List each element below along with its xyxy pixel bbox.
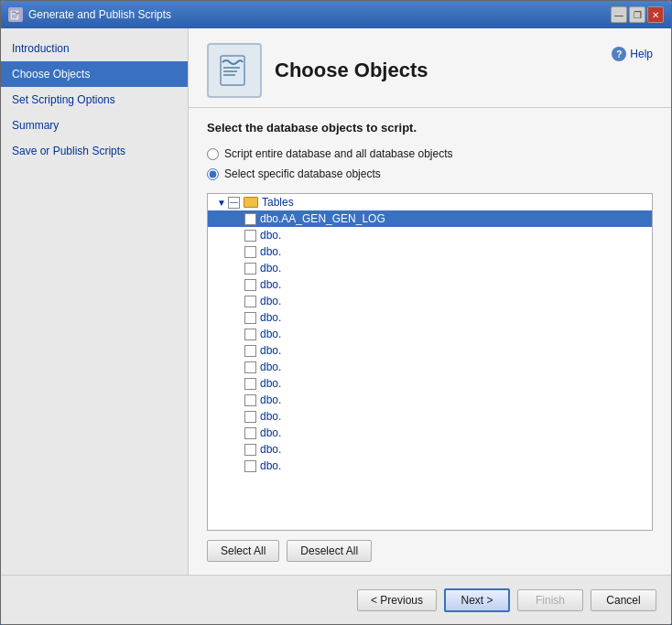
tree-item-14[interactable]: ▶ dbo.	[208, 441, 652, 458]
item-13-checkbox[interactable]	[244, 427, 256, 439]
main-header: Choose Objects ? Help	[189, 28, 671, 98]
page-title: Choose Objects	[275, 59, 428, 82]
tree-item-11[interactable]: ▶ dbo.	[208, 392, 652, 408]
tree-item-4[interactable]: ▶ dbo.	[208, 276, 652, 293]
page-title-area: Choose Objects	[207, 43, 612, 98]
page-icon	[207, 43, 262, 98]
item-8-checkbox[interactable]	[244, 345, 256, 357]
tree-label-7: dbo.	[260, 328, 648, 340]
item-7-checkbox[interactable]	[244, 329, 256, 340]
tree-label-11: dbo.	[260, 393, 648, 406]
tree-item-0[interactable]: ▶ ✓ dbo.AA_GEN_GEN_LOG	[208, 210, 652, 227]
tree-label-0: dbo.AA_GEN_GEN_LOG	[260, 212, 648, 225]
tree-item-15[interactable]: ▶ dbo.	[208, 458, 652, 474]
tree-root-tables[interactable]: ▼ — Tables	[208, 194, 652, 210]
main-panel: Choose Objects ? Help Select the databas…	[189, 28, 671, 575]
radio-script-entire-input[interactable]	[207, 148, 219, 160]
sidebar-item-summary[interactable]: Summary	[1, 113, 188, 138]
main-body: Select the database objects to script. S…	[189, 108, 671, 575]
tree-button-row: Select All Deselect All	[207, 540, 653, 562]
item-0-checkbox[interactable]: ✓	[244, 213, 256, 225]
minimize-button[interactable]: —	[611, 6, 627, 23]
help-label: Help	[630, 48, 653, 60]
radio-script-specific-label: Select specific database objects	[224, 167, 381, 180]
item-2-checkbox[interactable]	[244, 246, 256, 258]
sidebar-item-choose-objects[interactable]: Choose Objects	[1, 61, 188, 87]
item-14-checkbox[interactable]	[244, 444, 256, 456]
cancel-button[interactable]: Cancel	[591, 589, 656, 611]
tree-label-1: dbo.	[260, 229, 648, 242]
tree-item-3[interactable]: ▶ dbo.	[208, 260, 652, 276]
folder-icon	[244, 197, 258, 208]
tree-label-3: dbo.	[260, 262, 648, 275]
window-icon	[8, 7, 23, 22]
tree-item-7[interactable]: ▶ dbo.	[208, 326, 652, 342]
sidebar-item-introduction[interactable]: Introduction	[1, 36, 188, 61]
sidebar-item-save-or-publish[interactable]: Save or Publish Scripts	[1, 138, 188, 164]
item-11-checkbox[interactable]	[244, 394, 256, 406]
radio-script-entire-label: Script entire database and all database …	[224, 147, 453, 160]
tree-item-13[interactable]: ▶ dbo.	[208, 425, 652, 441]
sidebar: Introduction Choose Objects Set Scriptin…	[1, 28, 189, 575]
item-4-checkbox[interactable]	[244, 279, 256, 291]
tree-item-5[interactable]: ▶ dbo.	[208, 293, 652, 309]
radio-group: Script entire database and all database …	[207, 147, 653, 180]
restore-button[interactable]: ❐	[629, 6, 645, 23]
tree-item-12[interactable]: ▶ dbo.	[208, 408, 652, 425]
item-5-checkbox[interactable]	[244, 296, 256, 307]
instruction-text: Select the database objects to script.	[207, 121, 653, 135]
tables-checkbox[interactable]: —	[228, 197, 240, 209]
spacer-0: ▶	[232, 212, 244, 225]
radio-script-specific[interactable]: Select specific database objects	[207, 167, 653, 180]
tree-label-14: dbo.	[260, 443, 648, 456]
tree-container[interactable]: ▼ — Tables ▶ ✓ dbo.AA_GEN_GEN_LOG	[207, 193, 653, 531]
item-1-checkbox[interactable]	[244, 230, 256, 242]
item-10-checkbox[interactable]	[244, 378, 256, 390]
tree-label-6: dbo.	[260, 311, 648, 324]
tree-item-10[interactable]: ▶ dbo.	[208, 375, 652, 392]
deselect-all-button[interactable]: Deselect All	[287, 540, 372, 562]
tree-label-12: dbo.	[260, 410, 648, 423]
tree-label-5: dbo.	[260, 295, 648, 307]
finish-button[interactable]: Finish	[517, 589, 583, 611]
item-12-checkbox[interactable]	[244, 411, 256, 423]
content-area: Introduction Choose Objects Set Scriptin…	[1, 28, 671, 575]
window-controls: — ❐ ✕	[611, 6, 664, 23]
tree-item-1[interactable]: ▶ dbo.	[208, 227, 652, 243]
previous-button[interactable]: < Previous	[357, 589, 437, 611]
tree-label-9: dbo.	[260, 361, 648, 373]
tree-label-15: dbo.	[260, 459, 648, 472]
tree-label-tables: Tables	[262, 196, 648, 209]
radio-script-entire[interactable]: Script entire database and all database …	[207, 147, 653, 160]
sidebar-item-set-scripting-options[interactable]: Set Scripting Options	[1, 87, 188, 113]
tree-item-2[interactable]: ▶ dbo.	[208, 243, 652, 260]
item-9-checkbox[interactable]	[244, 361, 256, 373]
tree-item-6[interactable]: ▶ dbo.	[208, 309, 652, 326]
help-link[interactable]: ? Help	[612, 43, 653, 61]
tree-item-9[interactable]: ▶ dbo.	[208, 359, 652, 375]
close-button[interactable]: ✕	[647, 6, 664, 23]
tree-toggle-tables[interactable]: ▼	[215, 196, 228, 209]
radio-script-specific-input[interactable]	[207, 168, 219, 180]
select-all-button[interactable]: Select All	[207, 540, 279, 562]
footer: < Previous Next > Finish Cancel	[1, 575, 671, 624]
next-button[interactable]: Next >	[444, 588, 510, 612]
item-3-checkbox[interactable]	[244, 263, 256, 275]
item-6-checkbox[interactable]	[244, 312, 256, 324]
main-window: Generate and Publish Scripts — ❐ ✕ Intro…	[0, 0, 672, 625]
tree-label-4: dbo.	[260, 278, 648, 291]
title-bar: Generate and Publish Scripts — ❐ ✕	[1, 1, 671, 28]
tree-label-8: dbo.	[260, 344, 648, 357]
tree-label-2: dbo.	[260, 245, 648, 258]
tree-label-13: dbo.	[260, 426, 648, 439]
help-icon: ?	[612, 47, 626, 61]
item-15-checkbox[interactable]	[244, 460, 256, 472]
window-title: Generate and Publish Scripts	[28, 8, 611, 21]
tree-label-10: dbo.	[260, 377, 648, 390]
tree-item-8[interactable]: ▶ dbo.	[208, 342, 652, 359]
